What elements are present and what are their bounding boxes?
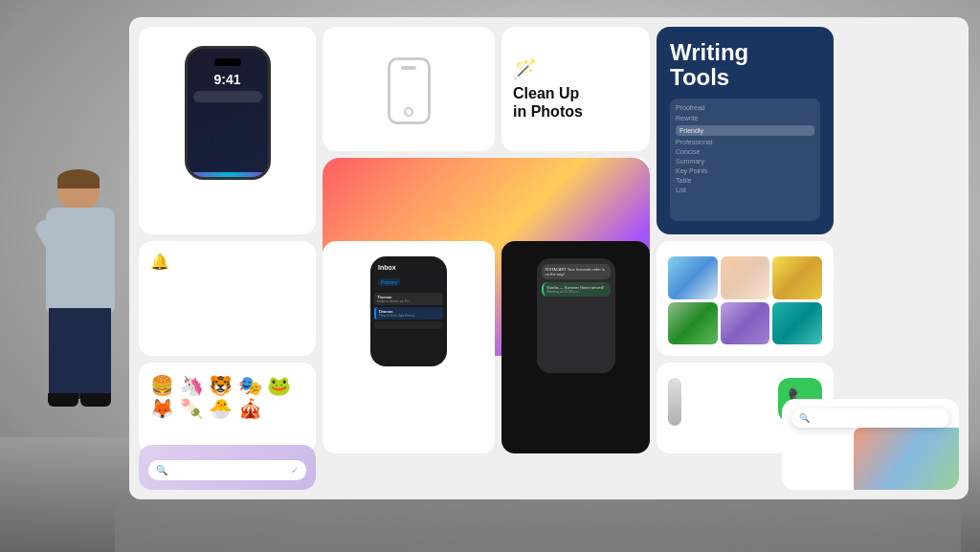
writing-option-keypoints: Key Points: [676, 167, 814, 174]
img-dog: [772, 256, 822, 299]
presenter-hair: [57, 169, 100, 188]
card-private-cloud: [323, 27, 495, 151]
main-board: 9:41: [129, 17, 969, 499]
img-creature: [668, 302, 718, 345]
wand-icon: [668, 378, 681, 426]
siri-phone: 9:41: [185, 46, 271, 180]
writing-option-table: Table: [676, 177, 814, 184]
card-priority-mail: Inbox Primary Thomas Invite to dinner on…: [323, 241, 495, 453]
card-reduce-interruptions: 🔔: [139, 241, 316, 356]
card-priority-notif: INSTACART Your Instacart order is on the…: [501, 241, 650, 453]
nls-search-container: 🔍: [791, 408, 949, 428]
search-icon: 🔍: [799, 413, 810, 423]
img-art: [721, 302, 770, 345]
card-siri: 9:41: [139, 27, 316, 234]
mail-phone-mockup: Inbox Primary Thomas Invite to dinner on…: [370, 256, 447, 366]
nls-bg-photo: [854, 428, 959, 490]
writing-option-summary: Summary: [676, 158, 814, 165]
card-memory-movie: 🔍 ✓: [139, 445, 316, 490]
cloud-phone-icon: [388, 57, 431, 124]
card-image-playground: [657, 241, 834, 356]
card-nls: 🔍: [782, 399, 959, 490]
nls-search-bar[interactable]: 🔍: [791, 408, 949, 428]
cleanup-icon: 🪄: [513, 57, 638, 80]
memory-checkmark: ✓: [291, 465, 299, 475]
writing-option-friendly: Friendly: [676, 125, 814, 136]
card-writing-tools: WritingTools Proofread Rewrite Friendly …: [657, 27, 834, 234]
cleanup-title: Clean Upin Photos: [513, 84, 638, 121]
image-playground-grid: [668, 256, 822, 344]
card-genmoji: 🍔 🦄 🐯 🎭 🐸 🦊 🍡 🐣 🎪: [139, 363, 316, 453]
writing-options-panel: Proofread Rewrite Friendly Professional …: [670, 99, 820, 221]
img-mountain: [668, 256, 718, 299]
presenter-shoe-right: [80, 393, 111, 407]
notif-screen-mockup: INSTACART Your Instacart order is on the…: [537, 258, 615, 373]
img-baby: [721, 256, 770, 299]
board-reflection: [115, 499, 961, 552]
siri-glow: [188, 172, 268, 177]
writing-option-professional: Professional: [676, 139, 814, 145]
writing-option-concise: Concise: [676, 148, 814, 155]
presenter-shoe-left: [48, 393, 78, 407]
nls-gradient-overlay: [854, 428, 959, 490]
presenter-pants: [49, 308, 111, 399]
main-scene: 9:41: [0, 0, 980, 552]
card-cleanup: 🪄 Clean Upin Photos: [501, 27, 650, 151]
img-extra: [772, 302, 822, 345]
siri-phone-time: 9:41: [193, 72, 262, 87]
reduce-icon: 🔔: [150, 253, 169, 271]
genmoji-emoji-row: 🍔 🦄 🐯 🎭 🐸 🦊 🍡 🐣 🎪: [150, 374, 304, 420]
writing-option-list: List: [676, 187, 814, 193]
writing-option-rewrite: Rewrite: [676, 115, 814, 121]
writing-option-proofread: Proofread: [676, 104, 814, 111]
search-icon: 🔍: [156, 465, 167, 475]
presenter: [29, 169, 134, 475]
memory-input-field[interactable]: 🔍 ✓: [148, 460, 306, 480]
writing-tools-title: WritingTools: [670, 40, 820, 91]
